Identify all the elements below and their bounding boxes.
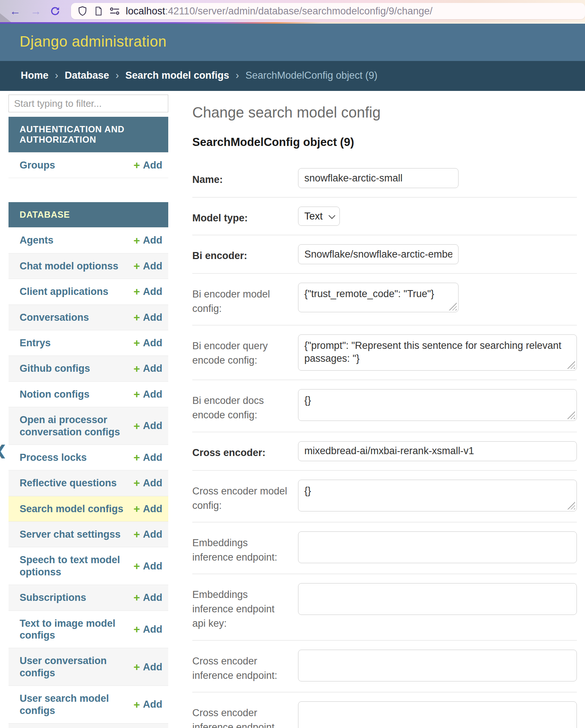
add-speech-to-text-model-optionss-button[interactable]: +Add bbox=[133, 560, 162, 572]
sidebar-item-process-locks[interactable]: Process locks+Add bbox=[9, 445, 168, 470]
cross-encoder-model-config-field bbox=[298, 480, 577, 511]
form-row-embeddings-inference-endpoint: Embeddings inference endpoint: bbox=[192, 523, 577, 574]
cross-encoder-model-config-textarea-wrap bbox=[298, 480, 577, 511]
sidebar-item-agents[interactable]: Agents+Add bbox=[9, 227, 168, 253]
bi-encoder-docs-encode-config-label: Bi encoder docs encode config: bbox=[192, 389, 298, 422]
sidebar-item-search-model-configs[interactable]: Search model configs+Add bbox=[9, 496, 168, 521]
site-title: Django administration bbox=[20, 33, 585, 50]
sidebar-item-user-conversation-configs[interactable]: User conversation configs+Add bbox=[9, 648, 168, 686]
add-user-search-model-configs-button[interactable]: +Add bbox=[133, 698, 162, 710]
add-groups-button[interactable]: +Add bbox=[133, 159, 162, 171]
object-title: SearchModelConfig object (9) bbox=[192, 136, 577, 149]
form-row-embeddings-inference-endpoint-api-key: Embeddings inference endpoint api key: bbox=[192, 574, 577, 640]
sidebar-link-notion-configs[interactable]: Notion configs bbox=[20, 388, 89, 400]
sidebar-link-open-ai-processor-conversation-configs[interactable]: Open ai processor conversation configs bbox=[20, 414, 131, 438]
add-server-chat-settingss-button[interactable]: +Add bbox=[133, 528, 162, 540]
add-github-configs-button[interactable]: +Add bbox=[133, 363, 162, 374]
url-text: localhost:42110/server/admin/database/se… bbox=[126, 6, 433, 17]
bi-encoder-input[interactable] bbox=[298, 244, 459, 264]
cross-encoder-inference-endpoint-input[interactable] bbox=[298, 650, 577, 681]
sidebar-link-search-model-configs[interactable]: Search model configs bbox=[20, 503, 124, 515]
add-subscriptions-button[interactable]: +Add bbox=[133, 592, 162, 603]
breadcrumb-link-search-model-configs[interactable]: Search model configs bbox=[125, 70, 229, 81]
embeddings-inference-endpoint-api-key-input[interactable] bbox=[298, 583, 577, 615]
add-text-to-image-model-configs-button[interactable]: +Add bbox=[133, 623, 162, 635]
sidebar-item-speech-to-text-model-optionss[interactable]: Speech to text model optionss+Add bbox=[9, 547, 168, 585]
cross-encoder-inference-endpoint-api-key-field bbox=[298, 701, 577, 728]
browser-back-button[interactable]: ← bbox=[10, 6, 21, 17]
plus-icon: + bbox=[133, 561, 140, 572]
sidebar-link-agents[interactable]: Agents bbox=[20, 234, 54, 246]
bi-encoder-docs-encode-config-textarea[interactable] bbox=[298, 389, 577, 421]
sidebar-link-chat-model-optionss[interactable]: Chat model optionss bbox=[20, 260, 118, 272]
sidebar-filter-input[interactable] bbox=[9, 95, 168, 112]
sidebar-item-groups[interactable]: Groups+Add bbox=[9, 152, 168, 178]
sidebar-link-conversations[interactable]: Conversations bbox=[20, 312, 89, 323]
sidebar-item-conversations[interactable]: Conversations+Add bbox=[9, 305, 168, 330]
sidebar-item-github-configs[interactable]: Github configs+Add bbox=[9, 356, 168, 381]
breadcrumb-separator: › bbox=[233, 70, 242, 81]
sidebar-link-user-search-model-configs[interactable]: User search model configs bbox=[20, 693, 131, 717]
embeddings-inference-endpoint-input[interactable] bbox=[298, 531, 577, 563]
add-chat-model-optionss-button[interactable]: +Add bbox=[133, 260, 162, 272]
add-open-ai-processor-conversation-configs-button[interactable]: +Add bbox=[133, 420, 162, 432]
sidebar-link-groups[interactable]: Groups bbox=[20, 159, 55, 171]
add-notion-configs-button[interactable]: +Add bbox=[133, 388, 162, 400]
add-process-locks-button[interactable]: +Add bbox=[133, 452, 162, 463]
sidebar-link-process-locks[interactable]: Process locks bbox=[20, 452, 87, 463]
url-bar[interactable]: localhost:42110/server/admin/database/se… bbox=[71, 3, 585, 19]
breadcrumb: Home › Database › Search model configs ›… bbox=[0, 61, 585, 91]
add-reflective-questions-button[interactable]: +Add bbox=[133, 477, 162, 489]
sidebar-link-speech-to-text-model-optionss[interactable]: Speech to text model optionss bbox=[20, 554, 131, 578]
sidebar-link-entrys[interactable]: Entrys bbox=[20, 337, 51, 349]
bi-encoder-label: Bi encoder: bbox=[192, 244, 298, 263]
sidebar-link-server-chat-settingss[interactable]: Server chat settingss bbox=[20, 528, 121, 540]
add-conversations-button[interactable]: +Add bbox=[133, 312, 162, 323]
browser-refresh-button[interactable] bbox=[50, 6, 61, 17]
name-label: Name: bbox=[192, 168, 298, 187]
sidebar-item-user-voice-model-configs[interactable]: User voice model configs+Add bbox=[9, 723, 168, 728]
sidebar-item-chat-model-optionss[interactable]: Chat model optionss+Add bbox=[9, 253, 168, 279]
plus-icon: + bbox=[133, 261, 140, 272]
sidebar-item-open-ai-processor-conversation-configs[interactable]: Open ai processor conversation configs+A… bbox=[9, 407, 168, 445]
sidebar-link-client-applications[interactable]: Client applications bbox=[20, 286, 108, 297]
breadcrumb-link-home[interactable]: Home bbox=[21, 70, 48, 81]
sidebar-item-notion-configs[interactable]: Notion configs+Add bbox=[9, 381, 168, 407]
sidebar-item-user-search-model-configs[interactable]: User search model configs+Add bbox=[9, 686, 168, 723]
sidebar-collapse-toggle[interactable]: ❮ bbox=[0, 443, 7, 458]
sidebar-link-subscriptions[interactable]: Subscriptions bbox=[20, 592, 86, 603]
sidebar-item-reflective-questions[interactable]: Reflective questions+Add bbox=[9, 470, 168, 496]
sidebar-link-user-conversation-configs[interactable]: User conversation configs bbox=[20, 655, 131, 679]
sidebar-item-entrys[interactable]: Entrys+Add bbox=[9, 330, 168, 356]
sidebar-link-reflective-questions[interactable]: Reflective questions bbox=[20, 477, 117, 489]
add-label: Add bbox=[143, 661, 162, 673]
breadcrumb-link-database[interactable]: Database bbox=[65, 70, 109, 81]
name-input[interactable] bbox=[298, 168, 459, 188]
add-client-applications-button[interactable]: +Add bbox=[133, 286, 162, 297]
change-form: Name:Model type:TextBi encoder:Bi encode… bbox=[192, 159, 577, 728]
sidebar-link-github-configs[interactable]: Github configs bbox=[20, 363, 90, 374]
bi-encoder-query-encode-config-textarea[interactable] bbox=[298, 334, 577, 371]
sidebar-section-database: DATABASE bbox=[9, 202, 168, 227]
sidebar-item-subscriptions[interactable]: Subscriptions+Add bbox=[9, 585, 168, 610]
bi-encoder-query-encode-config-textarea-wrap bbox=[298, 334, 577, 371]
add-entrys-button[interactable]: +Add bbox=[133, 337, 162, 349]
sidebar-section-spacer bbox=[9, 178, 168, 202]
sidebar-item-text-to-image-model-configs[interactable]: Text to image model configs+Add bbox=[9, 610, 168, 648]
add-search-model-configs-button[interactable]: +Add bbox=[133, 503, 162, 515]
breadcrumb-separator: › bbox=[113, 70, 122, 81]
plus-icon: + bbox=[133, 503, 140, 514]
cross-encoder-model-config-textarea[interactable] bbox=[298, 480, 577, 511]
bi-encoder-model-config-textarea[interactable] bbox=[298, 283, 459, 312]
add-user-conversation-configs-button[interactable]: +Add bbox=[133, 661, 162, 673]
cross-encoder-input[interactable] bbox=[298, 441, 577, 461]
add-agents-button[interactable]: +Add bbox=[133, 234, 162, 246]
add-label: Add bbox=[143, 312, 162, 323]
sidebar-link-text-to-image-model-configs[interactable]: Text to image model configs bbox=[20, 618, 131, 642]
plus-icon: + bbox=[133, 452, 140, 463]
sidebar-item-client-applications[interactable]: Client applications+Add bbox=[9, 279, 168, 304]
model-type-select[interactable]: Text bbox=[298, 207, 340, 226]
sidebar-item-server-chat-settingss[interactable]: Server chat settingss+Add bbox=[9, 521, 168, 547]
browser-forward-button[interactable]: → bbox=[30, 6, 41, 17]
cross-encoder-inference-endpoint-api-key-input[interactable] bbox=[298, 701, 577, 728]
